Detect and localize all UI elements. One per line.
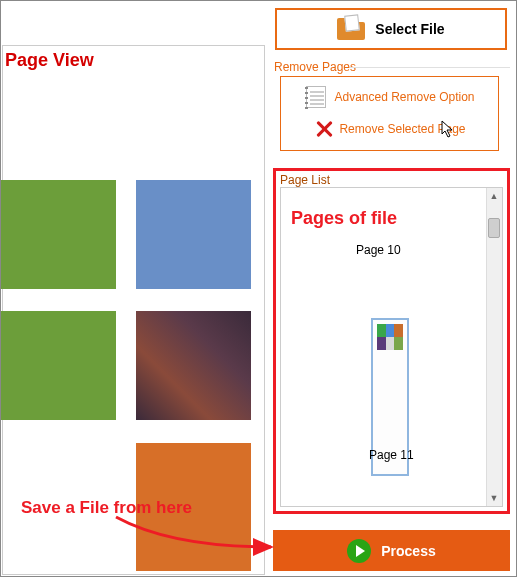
page-list-item-label[interactable]: Page 10 xyxy=(356,243,401,257)
remove-pages-section-label: Remove Pages xyxy=(274,60,356,74)
annotation-save-file: Save a File from here xyxy=(21,498,192,518)
app-frame: Page View Select File Remove Pages Advan… xyxy=(0,0,517,577)
page-list-inner[interactable]: Pages of file Page 10 Page 11 ▲ ▼ xyxy=(280,187,503,507)
preview-tile xyxy=(1,180,116,289)
folder-icon xyxy=(337,18,365,40)
remove-pages-box: Advanced Remove Option Remove Selected P… xyxy=(280,76,499,151)
preview-tile xyxy=(1,311,116,420)
scrollbar-thumb[interactable] xyxy=(488,218,500,238)
divider xyxy=(350,67,510,68)
scrollbar-track[interactable]: ▲ ▼ xyxy=(486,188,502,506)
remove-selected-label: Remove Selected Page xyxy=(339,122,465,136)
scroll-down-icon[interactable]: ▼ xyxy=(486,490,502,506)
advanced-remove-label: Advanced Remove Option xyxy=(334,90,474,104)
select-file-label: Select File xyxy=(375,21,444,37)
annotation-pages-of-file: Pages of file xyxy=(291,208,397,229)
remove-selected-page-button[interactable]: Remove Selected Page xyxy=(293,115,488,143)
select-file-button[interactable]: Select File xyxy=(275,8,507,50)
process-button[interactable]: Process xyxy=(273,530,510,571)
preview-tile xyxy=(136,180,251,289)
process-label: Process xyxy=(381,543,435,559)
notepad-icon xyxy=(306,86,326,108)
page-list-item-label[interactable]: Page 11 xyxy=(369,448,414,462)
scroll-up-icon[interactable]: ▲ xyxy=(486,188,502,204)
annotation-page-view: Page View xyxy=(5,50,94,71)
preview-tile xyxy=(136,311,251,420)
right-pane: Select File Remove Pages Advanced Remove… xyxy=(266,2,517,577)
thumbnail-image xyxy=(377,324,403,350)
x-icon xyxy=(315,120,333,138)
page-list-box: Page List Pages of file Page 10 Page 11 … xyxy=(273,168,510,514)
play-icon xyxy=(347,539,371,563)
page-list-title: Page List xyxy=(280,173,330,187)
advanced-remove-button[interactable]: Advanced Remove Option xyxy=(293,83,488,111)
